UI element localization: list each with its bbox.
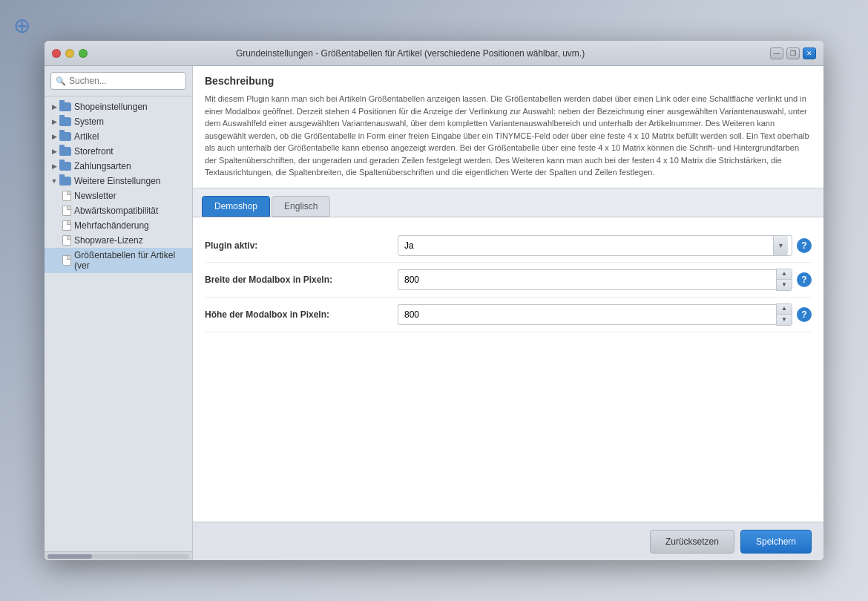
sidebar-item-label: Shopeinstellungen: [74, 102, 148, 112]
expander-icon: ▶: [49, 146, 59, 157]
expander-icon: ▼: [49, 176, 59, 186]
tab-englisch[interactable]: Englisch: [272, 196, 330, 217]
sidebar-item-mehrfachaenderung[interactable]: Mehrfachänderung: [45, 218, 192, 233]
sidebar-item-label: Storefront: [74, 146, 114, 157]
sidebar-scrollbar[interactable]: [45, 551, 192, 560]
expander-icon: ▶: [49, 102, 59, 112]
description-area: Beschreibung Mit diesem Plugin kann man …: [193, 66, 823, 188]
titlebar: Grundeinstellungen - Größentabellen für …: [45, 41, 823, 66]
help-button-plugin-aktiv[interactable]: ?: [797, 238, 812, 253]
spinner-input-hoehe[interactable]: [398, 304, 776, 325]
main-window: Grundeinstellungen - Größentabellen für …: [45, 41, 823, 560]
sidebar-item-label: Abwärtskompatibilität: [74, 206, 158, 216]
expander-icon: ▶: [49, 131, 59, 142]
spinner-wrapper-hoehe: ▲ ▼: [398, 303, 792, 326]
titlebar-buttons: — ❐ ✕: [770, 47, 816, 59]
spinner-up-hoehe[interactable]: ▲: [777, 304, 792, 315]
expander-icon: ▶: [49, 161, 59, 171]
main-content: Beschreibung Mit diesem Plugin kann man …: [193, 66, 823, 560]
folder-icon: [59, 132, 71, 141]
spinner-up-breite[interactable]: ▲: [777, 269, 792, 280]
spinner-down-breite[interactable]: ▼: [777, 280, 792, 290]
save-button[interactable]: Speichern: [740, 530, 812, 554]
field-control-breite-modalbox: ▲ ▼ ?: [398, 269, 812, 291]
sidebar-item-weitere-einstellungen[interactable]: ▼ Weitere Einstellungen: [45, 174, 192, 188]
sidebar-item-label: Weitere Einstellungen: [74, 176, 161, 186]
sidebar-item-abwaertskompatibilitaet[interactable]: Abwärtskompatibilität: [45, 203, 192, 218]
footer: Zurücksetzen Speichern: [193, 522, 823, 560]
doc-icon: [62, 235, 71, 246]
doc-icon: [62, 220, 71, 231]
tab-demoshop[interactable]: Demoshop: [202, 196, 270, 217]
field-row-hoehe-modalbox: Höhe der Modalbox in Pixeln: ▲ ▼ ?: [205, 298, 812, 332]
search-input[interactable]: [50, 72, 186, 90]
field-control-plugin-aktiv: Ja Nein ▼ ?: [398, 235, 812, 256]
help-button-hoehe-modalbox[interactable]: ?: [797, 307, 812, 322]
folder-icon: [59, 177, 71, 185]
fields-area: Plugin aktiv: Ja Nein ▼ ?: [193, 217, 823, 522]
search-wrapper: 🔍: [50, 72, 186, 90]
sidebar-item-label: Größentabellen für Artikel (ver: [74, 250, 188, 271]
sidebar-item-shopeinstellungen[interactable]: ▶ Shopeinstellungen: [45, 99, 192, 114]
reset-button[interactable]: Zurücksetzen: [650, 530, 734, 554]
sidebar-item-label: Artikel: [74, 131, 99, 142]
tabs-bar: Demoshop Englisch: [193, 188, 823, 217]
field-label-breite-modalbox: Breite der Modalbox in Pixeln:: [205, 275, 398, 285]
field-control-hoehe-modalbox: ▲ ▼ ?: [398, 303, 812, 326]
description-title: Beschreibung: [205, 75, 812, 87]
field-label-hoehe-modalbox: Höhe der Modalbox in Pixeln:: [205, 309, 398, 320]
sidebar-item-storefront[interactable]: ▶ Storefront: [45, 144, 192, 159]
spinner-wrapper-breite: ▲ ▼: [398, 269, 792, 291]
close-button[interactable]: ✕: [803, 47, 816, 59]
folder-icon: [59, 117, 71, 126]
tabs-and-fields: Demoshop Englisch Plugin aktiv: Ja Nein: [193, 188, 823, 522]
scrollbar-track: [47, 554, 189, 559]
folder-icon: [59, 102, 71, 111]
sidebar-item-label: Mehrfachänderung: [74, 220, 149, 231]
scrollbar-thumb: [47, 554, 92, 559]
sidebar-item-artikel[interactable]: ▶ Artikel: [45, 129, 192, 144]
field-row-breite-modalbox: Breite der Modalbox in Pixeln: ▲ ▼ ?: [205, 263, 812, 298]
select-wrapper-plugin-aktiv: Ja Nein ▼: [398, 235, 792, 256]
window-body: 🔍 ▶ Shopeinstellungen ▶ System: [45, 66, 823, 560]
doc-icon: [62, 191, 71, 201]
sidebar-item-label: Shopware-Lizenz: [74, 235, 143, 246]
sidebar-item-groessentabellen[interactable]: Größentabellen für Artikel (ver: [45, 248, 192, 273]
spinner-input-breite[interactable]: [398, 269, 776, 290]
app-icon: ⊕: [13, 13, 43, 43]
sidebar-item-newsletter[interactable]: Newsletter: [45, 188, 192, 203]
minimize-traffic-light[interactable]: [65, 49, 74, 58]
sidebar-item-label: Newsletter: [74, 191, 116, 201]
sidebar-item-zahlungsarten[interactable]: ▶ Zahlungsarten: [45, 159, 192, 174]
doc-icon: [62, 255, 71, 266]
field-label-plugin-aktiv: Plugin aktiv:: [205, 240, 398, 251]
maximize-traffic-light[interactable]: [79, 49, 88, 58]
minimize-button[interactable]: —: [770, 47, 783, 59]
help-button-breite-modalbox[interactable]: ?: [797, 272, 812, 287]
tree-container: ▶ Shopeinstellungen ▶ System ▶ Artikel: [45, 96, 192, 551]
spinner-buttons-hoehe: ▲ ▼: [776, 303, 792, 326]
search-bar: 🔍: [45, 66, 192, 96]
spinner-down-hoehe[interactable]: ▼: [777, 315, 792, 325]
sidebar: 🔍 ▶ Shopeinstellungen ▶ System: [45, 66, 193, 560]
description-text: Mit diesem Plugin kann man sich bei Arti…: [205, 93, 812, 179]
restore-button[interactable]: ❐: [786, 47, 800, 59]
search-icon: 🔍: [56, 76, 66, 86]
folder-icon: [59, 162, 71, 171]
sidebar-item-label: Zahlungsarten: [74, 161, 131, 171]
spinner-buttons-breite: ▲ ▼: [776, 269, 792, 291]
select-plugin-aktiv[interactable]: Ja Nein: [398, 235, 792, 256]
traffic-lights: [52, 49, 88, 58]
sidebar-item-label: System: [74, 116, 104, 127]
field-row-plugin-aktiv: Plugin aktiv: Ja Nein ▼ ?: [205, 229, 812, 263]
expander-icon: ▶: [49, 116, 59, 127]
sidebar-item-system[interactable]: ▶ System: [45, 114, 192, 129]
close-traffic-light[interactable]: [52, 49, 61, 58]
window-title: Grundeinstellungen - Größentabellen für …: [95, 48, 726, 59]
folder-icon: [59, 147, 71, 156]
doc-icon: [62, 206, 71, 216]
sidebar-item-shopware-lizenz[interactable]: Shopware-Lizenz: [45, 233, 192, 248]
select-arrow-icon: ▼: [773, 236, 788, 255]
